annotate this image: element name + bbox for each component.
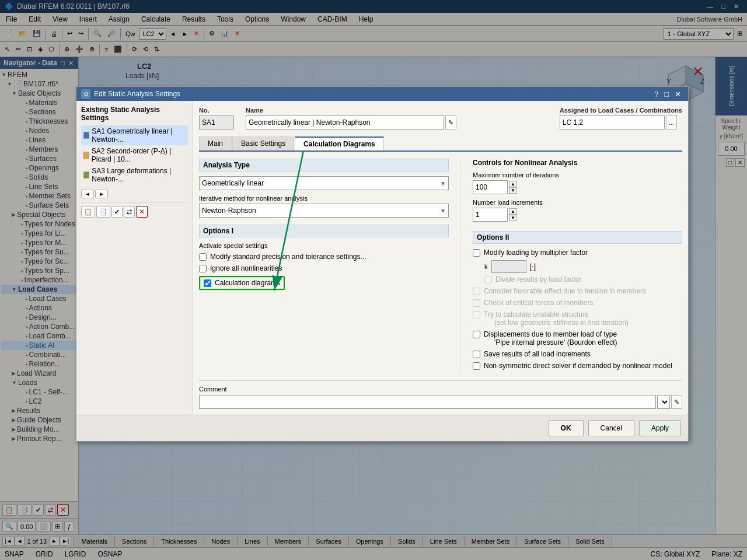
load-increments-input[interactable] [473, 208, 508, 222]
cb-calc-diagrams-label: Calculation diagrams [215, 279, 280, 287]
right-column: Controls for Nonlinear Analysis Maximum … [460, 159, 682, 373]
load-increments-down[interactable]: ▼ [509, 215, 517, 221]
load-increments-spinner-btns: ▲ ▼ [509, 208, 517, 221]
no-label: No. [199, 107, 234, 114]
sa1-label: SA1 Geometrically linear | Newton-... [92, 127, 186, 144]
assigned-field-group: Assigned to Load Cases / Combinations ..… [560, 107, 682, 130]
dialog-tabs: Main Basic Settings Calculation Diagrams [199, 136, 682, 152]
tab-basic-settings[interactable]: Basic Settings [232, 136, 294, 150]
cb-displacements-pipe: Displacements due to member load of type… [473, 330, 682, 346]
apply-button[interactable]: Apply [639, 420, 681, 436]
comment-input[interactable] [199, 395, 656, 409]
cb-modify-precision-label: Modify standard precision and tolerance … [210, 253, 366, 261]
load-increments-spinner: ▲ ▼ [473, 208, 682, 222]
cb-divide-results: Divide results by load factor [484, 275, 682, 284]
cb-displacements-pipe-label: Displacements due to member load of type… [484, 330, 617, 346]
existing-item-sa3[interactable]: SA3 Large deformations | Newton-... [81, 165, 188, 185]
cb-modify-loading: Modify loading by multiplier factor [473, 249, 682, 257]
comment-dropdown[interactable] [657, 395, 670, 409]
checkbox-calc-diagrams-row: Calculation diagrams [199, 276, 449, 290]
cb-tension-members-label: Consider favorable effect due to tension… [484, 287, 646, 295]
max-iterations-row: Maximum number of iterations ▲ ▼ [473, 172, 682, 194]
existing-right-btn[interactable]: ► [95, 190, 108, 198]
cb-critical-forces: Check of critical forces of members [473, 299, 682, 307]
max-iterations-label: Maximum number of iterations [473, 172, 682, 178]
dialog-help-btn[interactable]: ? [652, 90, 661, 99]
comment-label: Comment [199, 386, 682, 393]
cb-calc-diagrams[interactable] [204, 279, 211, 287]
cb-nonsymmetric-solver-label: Non-symmetric direct solver if demanded … [484, 362, 672, 370]
cb-modify-loading-label: Modify loading by multiplier factor [484, 249, 588, 257]
iterative-method-row: Iterative method for nonlinear analysis … [199, 195, 449, 218]
cb-unstable-structure: Try to calculate unstable structure(set … [473, 310, 682, 327]
cb-ignore-nonlinearities[interactable] [199, 265, 207, 272]
cb-divide-results-input[interactable] [484, 276, 492, 284]
cb-displacements-pipe-input[interactable] [473, 331, 480, 338]
name-input[interactable] [246, 116, 444, 130]
existing-del-btn[interactable]: ✕ [136, 206, 148, 218]
cb-unstable-structure-input[interactable] [473, 311, 480, 318]
no-field-group: No. [199, 107, 234, 130]
load-increments-row: Number load increments ▲ ▼ [473, 199, 682, 222]
max-iterations-spinner: ▲ ▼ [473, 180, 682, 194]
existing-nav-bar: ◄ ► [81, 190, 188, 198]
existing-left-btn[interactable]: ◄ [81, 190, 94, 198]
options-i-title: Options I [199, 225, 449, 237]
cb-modify-precision[interactable] [199, 253, 207, 261]
name-edit-button[interactable]: ✎ [445, 116, 456, 130]
analysis-type-value: Geometrically linear [202, 179, 264, 187]
checkbox-modify-precision: Modify standard precision and tolerance … [199, 253, 449, 261]
max-iterations-up[interactable]: ▲ [509, 181, 517, 187]
dialog-maximize-btn[interactable]: □ [662, 90, 671, 99]
analysis-type-section-title: Analysis Type [199, 159, 449, 172]
comment-edit-btn[interactable]: ✎ [671, 395, 682, 409]
existing-copy-btn[interactable]: 📑 [96, 206, 110, 218]
sa1-color-indicator [83, 132, 89, 139]
highlighted-calc-diagrams: Calculation diagrams [199, 276, 285, 290]
no-input[interactable] [199, 116, 234, 130]
no-name-assigned-row: No. Name ✎ Assigned to Load Cases / Comb… [199, 107, 682, 130]
iterative-method-dropdown[interactable]: Newton-Raphson ▼ [199, 204, 449, 218]
dialog-close-btn[interactable]: ✕ [672, 90, 683, 99]
existing-bottom-bar: 📋 📑 ✔ ⇄ ✕ [81, 202, 188, 218]
analysis-type-dropdown[interactable]: Geometrically linear ▼ [199, 176, 449, 190]
load-increments-up[interactable]: ▲ [509, 208, 517, 215]
assigned-input[interactable] [560, 116, 665, 130]
cb-nonsymmetric-solver-input[interactable] [473, 362, 480, 370]
cb-save-results: Save results of all load increments [473, 350, 682, 358]
iterative-method-value: Newton-Raphson [202, 206, 256, 215]
comment-section: Comment ✎ [199, 380, 682, 409]
options-ii-title: Options II [473, 231, 682, 244]
existing-item-sa2[interactable]: SA2 Second-order (P-Δ) | Picard | 10... [81, 145, 188, 165]
detail-settings-panel: No. Name ✎ Assigned to Load Cases / Comb… [193, 101, 688, 415]
max-iterations-down[interactable]: ▼ [509, 187, 517, 194]
iterative-label: Iterative method for nonlinear analysis [199, 195, 449, 202]
cb-divide-results-label: Divide results by load factor [495, 275, 581, 284]
existing-check-btn[interactable]: ✔ [111, 206, 123, 218]
comment-field-wrapper: ✎ [199, 395, 682, 409]
cb-tension-members: Consider favorable effect due to tension… [473, 287, 682, 295]
left-column: Analysis Type Geometrically linear ▼ Ite… [199, 159, 449, 373]
k-value-row: k [-] [484, 260, 682, 273]
k-input[interactable] [491, 260, 526, 273]
existing-item-sa1[interactable]: SA1 Geometrically linear | Newton-... [81, 125, 188, 145]
k-label: k [484, 263, 488, 270]
iterative-arrow: ▼ [440, 208, 446, 214]
existing-export-btn[interactable]: ⇄ [124, 206, 135, 218]
cancel-button[interactable]: Cancel [588, 420, 634, 436]
max-iterations-input[interactable] [473, 180, 508, 194]
existing-add-btn[interactable]: 📋 [81, 206, 95, 218]
ok-button[interactable]: OK [549, 420, 584, 436]
cb-modify-loading-input[interactable] [473, 249, 480, 257]
analysis-type-arrow: ▼ [440, 180, 446, 187]
dialog-icon: ⚙ [81, 89, 90, 99]
assigned-edit-btn[interactable]: ... [666, 116, 677, 130]
cb-tension-members-input[interactable] [473, 288, 480, 295]
cb-save-results-input[interactable] [473, 351, 480, 358]
tab-calculation-diagrams[interactable]: Calculation Diagrams [295, 136, 384, 150]
dialog-title-text: Edit Static Analysis Settings [94, 90, 180, 98]
cb-unstable-structure-label: Try to calculate unstable structure(set … [484, 310, 629, 327]
dialog-footer: OK Cancel Apply [76, 415, 688, 441]
cb-critical-forces-input[interactable] [473, 299, 480, 307]
tab-main[interactable]: Main [199, 136, 232, 150]
